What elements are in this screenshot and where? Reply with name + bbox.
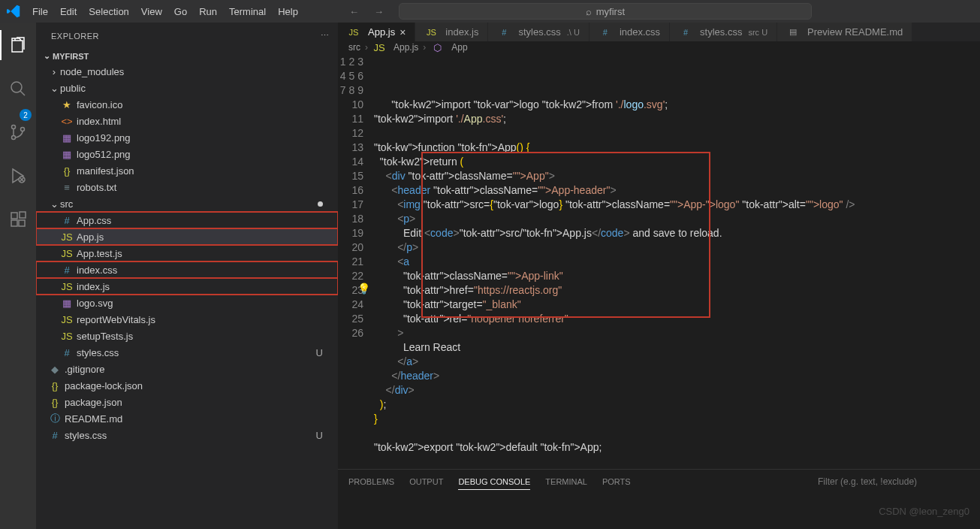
folder-row[interactable]: ›node_modules [36, 63, 338, 80]
panel-tab-output[interactable]: OUTPUT [409, 474, 443, 489]
file-row[interactable]: #styles.cssU [36, 427, 338, 443]
tab-label: Preview README.md [807, 26, 903, 38]
preview-icon: ▤ [786, 27, 800, 37]
file-label: index.html [77, 116, 121, 127]
file-label: node_modules [60, 66, 124, 77]
svg-rect-6 [11, 220, 17, 226]
menu-selection[interactable]: Selection [83, 0, 134, 23]
file-label: src [60, 198, 73, 210]
menu-terminal[interactable]: Terminal [223, 0, 272, 23]
tab-label: index.css [620, 26, 660, 38]
css-icon: # [60, 215, 74, 226]
folder-row[interactable]: ⌄public [36, 80, 338, 96]
search-icon: ⌕ [586, 6, 592, 17]
nav-back-icon[interactable]: ← [349, 6, 359, 17]
file-label: index.js [77, 281, 110, 292]
tab-status: src U [748, 28, 767, 37]
file-row[interactable]: {}package.json [36, 394, 338, 410]
file-tree: ›node_modules⌄public★favicon.ico<>index.… [36, 63, 338, 529]
project-header[interactable]: ⌄ MYFIRST [36, 49, 338, 63]
close-icon[interactable]: × [400, 26, 406, 38]
file-label: package-lock.json [65, 380, 143, 391]
png-icon: ▦ [60, 132, 74, 144]
css-icon: # [679, 28, 692, 37]
svg-rect-7 [19, 220, 25, 226]
bottom-panel: PROBLEMS OUTPUT DEBUG CONSOLE TERMINAL P… [338, 469, 980, 529]
js-icon: JS [60, 314, 74, 325]
panel-tab-debug-console[interactable]: DEBUG CONSOLE [458, 474, 530, 490]
file-label: styles.css [77, 347, 119, 358]
file-row[interactable]: #App.css [36, 212, 338, 228]
source-control-icon[interactable] [0, 117, 36, 147]
panel-filter-input[interactable] [818, 476, 968, 487]
file-row[interactable]: JSApp.js [36, 228, 338, 245]
menu-help[interactable]: Help [272, 0, 304, 23]
file-row[interactable]: JSApp.test.js [36, 245, 338, 261]
breadcrumb-item[interactable]: App [451, 42, 467, 53]
code-content[interactable]: 💡 "tok-kw2">import "tok-var">logo "tok-k… [374, 53, 980, 469]
lightbulb-icon[interactable]: 💡 [357, 282, 370, 296]
file-row[interactable]: <>index.html [36, 113, 338, 129]
menu-go[interactable]: Go [168, 0, 193, 23]
extensions-icon[interactable] [0, 204, 36, 234]
editor-tab[interactable]: #styles.csssrc U [670, 23, 777, 41]
json-icon: {} [48, 380, 62, 391]
file-row[interactable]: JSsetupTests.js [36, 328, 338, 344]
file-row[interactable]: ≡robots.txt [36, 179, 338, 195]
file-label: setupTests.js [77, 331, 133, 342]
file-label: index.css [77, 264, 117, 276]
menu-run[interactable]: Run [193, 0, 223, 23]
file-label: reportWebVitals.js [77, 314, 155, 325]
panel-tab-terminal[interactable]: TERMINAL [545, 474, 587, 489]
svg-point-1 [12, 125, 16, 129]
menu-view[interactable]: View [135, 0, 168, 23]
editor-tab[interactable]: JSApp.js× [338, 23, 415, 41]
file-label: README.md [65, 413, 122, 425]
run-debug-icon[interactable] [0, 161, 36, 191]
folder-row[interactable]: ⌄src [36, 195, 338, 212]
file-label: package.json [65, 397, 122, 408]
file-row[interactable]: ▦logo512.png [36, 146, 338, 162]
file-row[interactable]: ▦logo192.png [36, 129, 338, 146]
file-row[interactable]: JSreportWebVitals.js [36, 311, 338, 328]
file-row[interactable]: {}package-lock.json [36, 377, 338, 394]
breadcrumb-item[interactable]: src [348, 42, 360, 53]
chevron-down-icon: ⌄ [41, 51, 53, 61]
css-icon: # [599, 28, 612, 37]
editor-tabs: JSApp.js×JSindex.js#styles.css.\ U#index… [338, 23, 980, 41]
file-row[interactable]: #index.css [36, 261, 338, 278]
panel-tab-problems[interactable]: PROBLEMS [348, 474, 394, 489]
command-center[interactable]: ⌕ myfirst [399, 3, 812, 20]
editor-body[interactable]: 1 2 3 4 5 6 7 8 9 10 11 12 13 14 15 16 1… [338, 53, 980, 469]
breadcrumb[interactable]: src › JS App.js › ⬡ App [338, 41, 980, 53]
editor-tab[interactable]: JSindex.js [415, 23, 488, 41]
file-row[interactable]: #styles.cssU [36, 344, 338, 361]
breadcrumb-item[interactable]: App.js [394, 42, 418, 53]
file-label: .gitignore [65, 364, 104, 375]
file-row[interactable]: ⓘREADME.md [36, 410, 338, 427]
search-activity-icon[interactable] [0, 74, 36, 104]
editor-tab[interactable]: ▤Preview README.md [777, 23, 912, 41]
menu-bar: File Edit Selection View Go Run Terminal… [26, 0, 304, 23]
txt-icon: ≡ [60, 182, 74, 193]
watermark: CSDN @leon_zeng0 [879, 506, 969, 517]
file-label: manifest.json [77, 165, 134, 177]
file-row[interactable]: ★favicon.ico [36, 96, 338, 113]
explorer-more-icon[interactable]: ⋯ [321, 31, 329, 41]
menu-file[interactable]: File [26, 0, 54, 23]
css-icon: # [60, 347, 74, 358]
menu-edit[interactable]: Edit [54, 0, 83, 23]
explorer-icon[interactable] [0, 30, 36, 60]
js-icon: JS [424, 28, 438, 37]
readme-icon: ⓘ [48, 412, 62, 425]
file-row[interactable]: ◆.gitignore [36, 361, 338, 377]
chevron-icon: › [48, 66, 60, 77]
panel-tab-ports[interactable]: PORTS [602, 474, 631, 489]
nav-forward-icon[interactable]: → [374, 6, 384, 17]
editor-tab[interactable]: #index.css [590, 23, 670, 41]
editor-tab[interactable]: #styles.css.\ U [488, 23, 589, 41]
svg-point-3 [21, 128, 25, 131]
file-row[interactable]: JSindex.js [36, 278, 338, 295]
file-row[interactable]: {}manifest.json [36, 162, 338, 179]
file-row[interactable]: ▦logo.svg [36, 295, 338, 311]
